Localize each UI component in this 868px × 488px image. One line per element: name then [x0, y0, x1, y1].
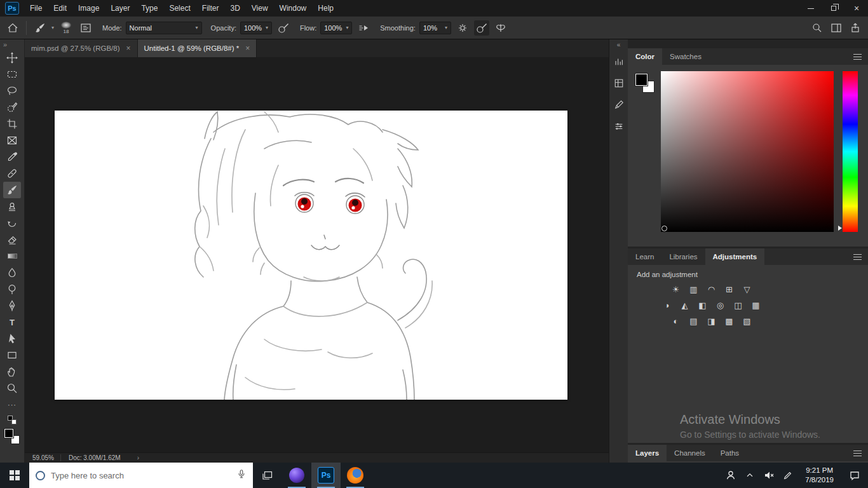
- foreground-color-swatch[interactable]: [4, 429, 13, 438]
- default-colors-icon[interactable]: [8, 416, 17, 424]
- tab-layers[interactable]: Layers: [628, 445, 667, 461]
- color-fg-bg-swatch[interactable]: [635, 74, 654, 93]
- color-balance-icon[interactable]: ◭: [679, 300, 691, 310]
- document-tab-untitled[interactable]: Untitled-1 @ 59% (RGB/8#) * ×: [138, 39, 257, 57]
- pen-tool[interactable]: [3, 297, 21, 314]
- hue-slider[interactable]: [843, 71, 858, 232]
- taskbar-app-purple[interactable]: [282, 463, 311, 488]
- panel-menu-button[interactable]: [847, 248, 868, 265]
- color-lookup-icon[interactable]: ▦: [750, 300, 762, 310]
- restore-button[interactable]: [822, 0, 845, 17]
- color-picker-cursor[interactable]: [661, 226, 667, 231]
- tab-swatches[interactable]: Swatches: [662, 48, 709, 65]
- workspace-switcher-icon[interactable]: [829, 20, 844, 36]
- minimize-button[interactable]: [799, 0, 822, 17]
- pressure-opacity-icon[interactable]: [276, 20, 291, 36]
- history-brush-tool[interactable]: [3, 215, 21, 231]
- hand-tool[interactable]: [3, 363, 21, 380]
- invert-icon[interactable]: ◐: [670, 316, 682, 326]
- menu-image[interactable]: Image: [72, 0, 105, 17]
- home-icon[interactable]: [5, 20, 20, 36]
- eyedropper-tool[interactable]: [3, 149, 21, 165]
- taskbar-clock[interactable]: 9:21 PM 7/8/2019: [797, 463, 841, 488]
- exposure-icon[interactable]: ⊞: [724, 284, 735, 294]
- search-icon[interactable]: [810, 20, 825, 36]
- gear-icon[interactable]: [455, 20, 470, 36]
- cortana-icon[interactable]: [36, 471, 45, 480]
- expand-panels-chevron-icon[interactable]: «: [617, 39, 621, 51]
- photoshop-logo-icon[interactable]: Ps: [0, 0, 24, 17]
- vibrance-icon[interactable]: ▽: [742, 284, 753, 294]
- airbrush-icon[interactable]: [356, 20, 371, 36]
- volume-muted-icon[interactable]: [759, 463, 778, 488]
- photo-filter-icon[interactable]: ◎: [715, 300, 726, 310]
- menu-layer[interactable]: Layer: [105, 0, 135, 17]
- toolbar-collapse-chevron-icon[interactable]: »: [0, 39, 10, 50]
- tab-libraries[interactable]: Libraries: [661, 248, 705, 265]
- glyphs-panel-icon[interactable]: [611, 54, 627, 69]
- brush-tip-preview[interactable]: 18: [58, 22, 74, 34]
- microphone-icon[interactable]: [236, 469, 247, 482]
- menu-help[interactable]: Help: [312, 0, 339, 17]
- tab-color[interactable]: Color: [628, 48, 662, 65]
- blend-mode-select[interactable]: Normal ▾: [126, 22, 202, 34]
- menu-view[interactable]: View: [246, 0, 274, 17]
- threshold-icon[interactable]: ◨: [706, 316, 717, 326]
- hue-saturation-icon[interactable]: ◑: [661, 300, 673, 310]
- levels-icon[interactable]: ▥: [688, 284, 700, 294]
- menu-type[interactable]: Type: [135, 0, 163, 17]
- zoom-tool[interactable]: [3, 380, 21, 396]
- menu-edit[interactable]: Edit: [48, 0, 72, 17]
- tray-chevron-up-icon[interactable]: [740, 463, 759, 488]
- dodge-tool[interactable]: [3, 281, 21, 297]
- brush-preset-icon[interactable]: [32, 20, 48, 36]
- flow-select[interactable]: 100% ▾: [320, 22, 352, 34]
- close-tab-icon[interactable]: ×: [245, 44, 250, 53]
- taskbar-search[interactable]: [29, 463, 253, 488]
- menu-filter[interactable]: Filter: [196, 0, 225, 17]
- edit-toolbar-button[interactable]: ···: [3, 396, 21, 413]
- canvas-area[interactable]: [25, 57, 609, 452]
- move-tool[interactable]: [3, 50, 21, 66]
- taskbar-photoshop[interactable]: Ps: [311, 463, 341, 488]
- smoothing-select[interactable]: 10% ▾: [419, 22, 451, 34]
- start-button[interactable]: [0, 463, 29, 488]
- caret-down-icon[interactable]: ▾: [51, 25, 54, 30]
- taskbar-firefox[interactable]: [341, 463, 370, 488]
- brush-tool[interactable]: [3, 182, 21, 198]
- menu-file[interactable]: File: [24, 0, 48, 17]
- spot-healing-brush-tool[interactable]: [3, 165, 21, 182]
- pressure-size-icon[interactable]: [474, 20, 489, 36]
- path-selection-tool[interactable]: [3, 330, 21, 347]
- brush-settings-panel-icon[interactable]: [611, 97, 627, 112]
- gradient-map-icon[interactable]: ▧: [742, 316, 753, 326]
- action-center-icon[interactable]: [841, 463, 868, 488]
- quick-selection-tool[interactable]: [3, 99, 21, 116]
- foreground-background-swatches[interactable]: [4, 428, 20, 445]
- status-chevron-icon[interactable]: ›: [137, 454, 139, 461]
- channel-mixer-icon[interactable]: ◫: [733, 300, 744, 310]
- share-icon[interactable]: [848, 20, 863, 36]
- saturation-brightness-field[interactable]: [661, 71, 834, 232]
- tool-presets-panel-icon[interactable]: [611, 119, 627, 134]
- clone-stamp-tool[interactable]: [3, 198, 21, 215]
- clone-source-panel-icon[interactable]: [611, 76, 627, 91]
- crop-tool[interactable]: [3, 116, 21, 132]
- tab-channels[interactable]: Channels: [667, 445, 713, 461]
- search-input[interactable]: [51, 471, 231, 480]
- blur-tool[interactable]: [3, 264, 21, 281]
- tab-learn[interactable]: Learn: [628, 248, 661, 265]
- zoom-level[interactable]: 59.05%: [32, 454, 61, 461]
- task-view-button[interactable]: [253, 463, 282, 488]
- opacity-select[interactable]: 100% ▾: [240, 22, 272, 34]
- toggle-brush-settings-icon[interactable]: [78, 20, 93, 36]
- rectangular-marquee-tool[interactable]: [3, 66, 21, 83]
- frame-tool[interactable]: [3, 132, 21, 149]
- people-icon[interactable]: [721, 463, 740, 488]
- type-tool[interactable]: T: [3, 314, 21, 330]
- posterize-icon[interactable]: ▤: [688, 316, 700, 326]
- document-canvas[interactable]: [55, 111, 567, 400]
- menu-window[interactable]: Window: [274, 0, 313, 17]
- curves-icon[interactable]: ◠: [706, 284, 717, 294]
- menu-select[interactable]: Select: [163, 0, 196, 17]
